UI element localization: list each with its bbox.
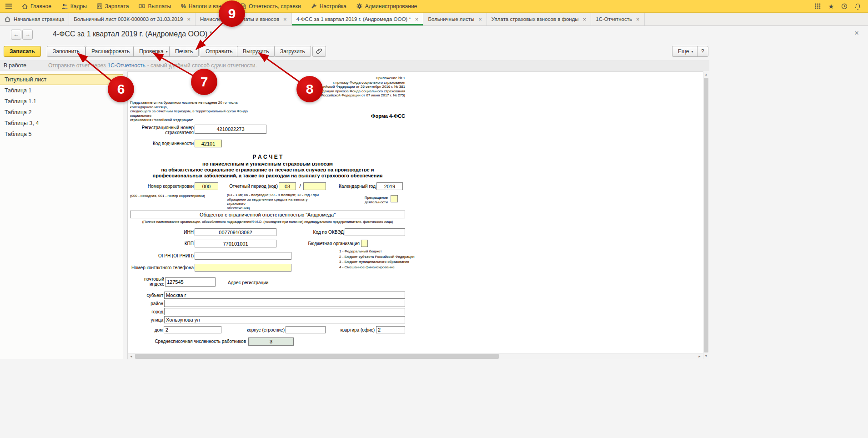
nav-forward-button[interactable]: →	[22, 30, 33, 40]
nav-back-button[interactable]: ←	[11, 30, 21, 40]
scroll-up-icon[interactable]: ▲	[703, 71, 709, 78]
wrench-icon	[311, 3, 317, 9]
calc-title: Р А С Ч Е Т	[130, 154, 405, 160]
notifications-bell-icon[interactable]	[855, 3, 861, 10]
address-subject-field[interactable]	[164, 292, 405, 299]
vertical-scroll-thumb[interactable]	[704, 78, 708, 352]
1c-reporting-link[interactable]: 1С-Отчетность	[108, 62, 146, 69]
scroll-left-icon[interactable]: ◄	[128, 353, 135, 359]
apps-grid-icon[interactable]	[815, 3, 821, 9]
tab-close-icon[interactable]: ×	[478, 16, 482, 23]
menu-item-reports[interactable]: Отчетность, справки	[236, 0, 306, 13]
kpp-field[interactable]	[195, 240, 276, 247]
okved-field[interactable]	[345, 228, 405, 236]
inn-label: ИНН	[128, 230, 194, 235]
address-city-field[interactable]	[164, 308, 405, 315]
callout-number: 8	[306, 81, 314, 97]
headcount-label: Среднесписочная численность работников	[146, 339, 246, 344]
menu-item-label: Настройка	[320, 3, 346, 10]
menu-item-main[interactable]: Главное	[17, 0, 56, 13]
report-state-link[interactable]: В работе	[4, 62, 26, 69]
menu-item-label: Отчетность, справки	[249, 3, 301, 10]
tab-contributions-payment[interactable]: Уплата страховых взносов в фонды ×	[487, 13, 591, 25]
export-button[interactable]: Выгрузить	[237, 46, 275, 57]
tab-close-icon[interactable]: ×	[283, 16, 287, 23]
percent-icon: %	[181, 3, 186, 10]
help-button[interactable]: ?	[697, 46, 708, 57]
history-clock-icon[interactable]	[841, 3, 848, 10]
save-button[interactable]: Записать	[4, 46, 41, 57]
attachments-button[interactable]	[312, 46, 326, 57]
tab-close-icon[interactable]: ×	[187, 16, 191, 23]
tab-sick-leave-doc[interactable]: Больничный лист 003К-000003 от 31.03.201…	[69, 13, 196, 25]
menu-item-label: Главное	[30, 3, 51, 10]
tab-1c-reporting[interactable]: 1С-Отчетность ×	[591, 13, 644, 25]
menu-item-payments[interactable]: Выплаты	[134, 0, 176, 13]
menu-item-administration[interactable]: Администрирование	[351, 0, 422, 13]
favorites-star-icon[interactable]: ★	[828, 3, 834, 10]
menu-item-settings[interactable]: Настройка	[306, 0, 351, 13]
people-icon	[61, 3, 68, 9]
address-city-label: город	[128, 309, 163, 314]
tab-label: Начальная страница	[14, 16, 64, 22]
budget-organization-field[interactable]	[361, 240, 368, 247]
import-button[interactable]: Загрузить	[274, 46, 311, 57]
sidebar-item-tables-3-4[interactable]: Таблицы 3, 4	[0, 118, 123, 129]
hamburger-icon	[5, 4, 12, 9]
more-actions-button[interactable]: Еще▾	[672, 46, 699, 57]
report-period-field[interactable]	[279, 182, 296, 190]
subordination-code-field[interactable]	[195, 140, 222, 147]
hamburger-menu-button[interactable]	[4, 0, 17, 13]
tab-close-icon[interactable]: ×	[636, 16, 640, 23]
address-building-label: корпус (строение)	[237, 327, 285, 332]
tab-sick-leaves-list[interactable]: Больничные листы ×	[423, 13, 487, 25]
menu-quick-icons: ★	[815, 3, 864, 10]
tab-4fss-report[interactable]: 4-ФСС за 1 квартал 2019 г. (Андромеда ОО…	[292, 13, 424, 25]
horizontal-scroll-thumb[interactable]	[135, 354, 499, 359]
tab-label: Уплата страховых взносов в фонды	[492, 16, 579, 22]
correction-hint-note: (000 - исходная, 001 - номер корректиров…	[130, 194, 221, 198]
postal-index-field[interactable]	[165, 277, 216, 287]
scroll-down-icon[interactable]: ▼	[703, 353, 709, 359]
address-building-field[interactable]	[286, 326, 326, 333]
sidebar-item-table-5[interactable]: Таблица 5	[0, 129, 123, 140]
check-button[interactable]: Проверка▾	[133, 46, 174, 57]
correction-number-field[interactable]	[195, 182, 218, 190]
horizontal-scrollbar[interactable]: ◄ ►	[128, 353, 703, 359]
report-period-field-2[interactable]	[303, 182, 326, 190]
export-button-label: Выгрузить	[243, 48, 269, 55]
back-arrow-icon: ←	[13, 31, 19, 38]
vertical-scrollbar[interactable]: ▲ ▼	[703, 71, 709, 359]
ogrn-field[interactable]	[195, 252, 291, 260]
tab-close-icon[interactable]: ×	[583, 16, 587, 23]
status-message-prefix: Отправьте отчет через	[48, 62, 106, 69]
inn-field[interactable]	[195, 228, 276, 236]
tab-home[interactable]: Начальная страница	[0, 13, 69, 25]
sidebar-item-table-1-1[interactable]: Таблица 1.1	[0, 96, 123, 107]
tab-close-icon[interactable]: ×	[415, 16, 419, 23]
sidebar-item-title-page[interactable]: Титульный лист	[0, 74, 123, 85]
sidebar-item-table-2[interactable]: Таблица 2	[0, 107, 123, 118]
contact-phone-field[interactable]	[195, 264, 291, 272]
organization-name-field[interactable]	[130, 211, 405, 218]
decrypt-button[interactable]: Расшифровать	[85, 46, 135, 57]
termination-checkbox-field[interactable]	[391, 195, 398, 202]
sidebar-item-table-1[interactable]: Таблица 1	[0, 85, 123, 96]
calendar-year-field[interactable]	[376, 182, 403, 190]
form-close-icon[interactable]: ×	[854, 29, 859, 38]
headcount-field[interactable]	[248, 337, 294, 346]
address-district-field[interactable]	[164, 300, 405, 307]
tab-label: Больничный лист 003К-000003 от 31.03.201…	[74, 16, 183, 22]
tab-label: 4-ФСС за 1 квартал 2019 г. (Андромеда ОО…	[296, 16, 411, 22]
print-button[interactable]: Печать	[169, 46, 199, 57]
fill-button[interactable]: Заполнить	[47, 46, 85, 57]
scroll-right-icon[interactable]: ►	[696, 353, 703, 359]
send-button[interactable]: Отправить	[200, 46, 239, 57]
tab-label: Больничные листы	[428, 16, 474, 22]
registration-number-field[interactable]	[195, 125, 266, 134]
menu-item-staff[interactable]: Кадры	[56, 0, 92, 13]
address-street-field[interactable]	[164, 316, 405, 323]
address-apartment-field[interactable]	[376, 326, 405, 333]
address-house-field[interactable]	[164, 326, 221, 333]
menu-item-salary[interactable]: Зарплата	[92, 0, 134, 13]
